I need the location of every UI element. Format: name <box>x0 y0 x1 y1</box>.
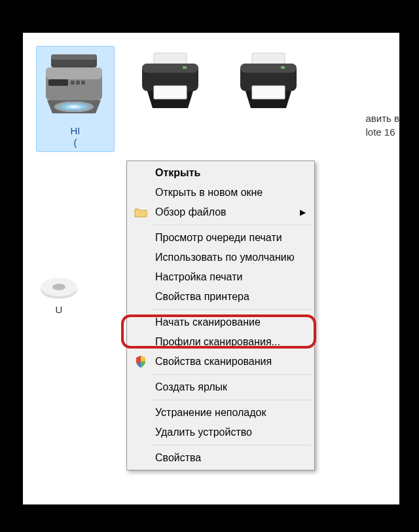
shield-icon <box>134 355 147 368</box>
menu-label: Создать ярлык <box>155 381 227 393</box>
menu-view-queue[interactable]: Просмотр очереди печати <box>129 228 312 248</box>
devices-grid: HI ( <box>36 46 311 152</box>
usb-device-label: U <box>23 304 95 315</box>
svg-rect-12 <box>142 64 198 73</box>
folder-icon <box>134 206 147 219</box>
menu-label: Профили сканирования... <box>155 336 280 348</box>
menu-label: Свойства принтера <box>155 291 249 303</box>
menu-start-scan[interactable]: Начать сканирование <box>129 313 312 332</box>
menu-label: Открыть <box>155 167 200 179</box>
device-printer-3[interactable] <box>232 46 311 152</box>
submenu-arrow-icon: ▶ <box>300 208 306 217</box>
svg-rect-1 <box>51 54 97 60</box>
usb-device-icon <box>39 262 79 301</box>
mfp-icon <box>39 49 111 121</box>
svg-rect-10 <box>154 53 187 65</box>
menu-label: Удалить устройство <box>155 427 252 438</box>
menu-label: Настройка печати <box>155 271 242 283</box>
device-label: HI ( <box>39 125 111 149</box>
menu-print-settings[interactable]: Настройка печати <box>129 267 312 287</box>
menu-label: Просмотр очереди печати <box>155 232 282 244</box>
menu-browse-files[interactable]: Обзор файлов ▶ <box>129 202 312 222</box>
menu-label: Обзор файлов <box>155 206 227 218</box>
devices-window: HI ( <box>23 33 399 504</box>
menu-label: Свойства <box>155 452 201 464</box>
menu-label: Начать сканирование <box>155 316 261 328</box>
menu-scan-properties[interactable]: Свойства сканирования <box>129 352 312 371</box>
svg-rect-15 <box>252 53 285 65</box>
menu-separator <box>151 309 311 310</box>
svg-rect-3 <box>46 67 102 79</box>
device-usb[interactable]: U <box>23 262 95 315</box>
svg-rect-7 <box>81 81 85 85</box>
menu-label: Открыть в новом окне <box>155 187 263 199</box>
menu-open[interactable]: Открыть <box>129 163 312 183</box>
menu-label: Устранение неполадок <box>155 407 266 419</box>
svg-rect-4 <box>48 79 68 86</box>
printer-icon <box>134 46 206 118</box>
menu-scan-profiles[interactable]: Профили сканирования... <box>129 332 312 352</box>
menu-label: Свойства сканирования <box>155 356 272 368</box>
menu-separator <box>151 374 311 375</box>
context-menu: Открыть Открыть в новом окне Обзор файло… <box>126 161 315 470</box>
svg-rect-5 <box>71 81 75 85</box>
menu-separator <box>151 400 311 400</box>
menu-open-new-window[interactable]: Открыть в новом окне <box>129 183 312 202</box>
menu-printer-properties[interactable]: Свойства принтера <box>129 287 312 307</box>
svg-rect-19 <box>252 86 285 99</box>
menu-properties[interactable]: Свойства <box>129 448 312 468</box>
menu-create-shortcut[interactable]: Создать ярлык <box>129 377 312 397</box>
device-mfp-selected[interactable]: HI ( <box>36 46 115 152</box>
menu-set-default[interactable]: Использовать по умолчанию <box>129 248 312 267</box>
device-partial-label: авить в lote 16 <box>365 111 399 139</box>
svg-rect-18 <box>281 66 285 69</box>
svg-point-22 <box>52 284 65 290</box>
menu-label: Использовать по умолчанию <box>155 252 295 263</box>
svg-rect-13 <box>183 66 187 69</box>
svg-rect-14 <box>154 86 187 99</box>
svg-rect-17 <box>240 64 297 73</box>
svg-point-9 <box>54 102 94 112</box>
printer-icon <box>232 46 304 118</box>
menu-separator <box>151 445 311 446</box>
menu-separator <box>151 225 311 225</box>
menu-troubleshoot[interactable]: Устранение неполадок <box>129 403 312 423</box>
svg-rect-6 <box>76 81 80 85</box>
menu-remove-device[interactable]: Удалить устройство <box>129 423 312 442</box>
device-printer-2[interactable] <box>134 46 213 152</box>
